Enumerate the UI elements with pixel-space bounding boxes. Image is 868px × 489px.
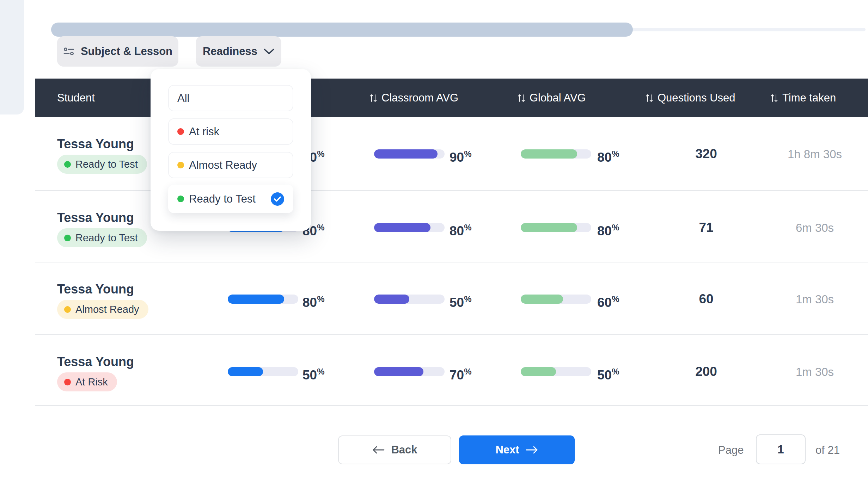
column-header-global-avg[interactable]: Global AVG [518, 79, 586, 117]
classroom-avg-bar [374, 149, 445, 159]
arrow-left-icon [372, 446, 385, 454]
status-badge: Ready to Test [57, 228, 147, 247]
dropdown-option-ready-to-test[interactable]: Ready to Test [168, 185, 293, 213]
sort-icon[interactable] [646, 94, 653, 103]
readiness-filter-button[interactable]: Readiness [196, 36, 281, 67]
student-name: Tessa Young [57, 210, 134, 225]
sort-icon[interactable] [518, 94, 525, 103]
classroom-avg-bar [374, 295, 445, 304]
column-header-classroom-avg[interactable]: Classroom AVG [369, 79, 458, 117]
student-name: Tessa Young [57, 281, 134, 297]
global-avg-bar [521, 367, 591, 376]
status-badge-label: Almost Ready [75, 304, 139, 315]
dropdown-option-all[interactable]: All [168, 85, 293, 111]
global-avg-bar [521, 223, 591, 232]
classroom-avg-bar-fill [374, 367, 423, 376]
dropdown-option-label: Almost Ready [189, 159, 257, 172]
student-name: Tessa Young [57, 354, 134, 370]
status-badge: Ready to Test [57, 155, 147, 174]
global-avg-percent: 50% [597, 364, 619, 383]
readiness-dropdown-panel: All At risk Almost Ready Ready to Test [151, 69, 311, 231]
global-avg-bar [521, 149, 591, 159]
column-label: Time taken [782, 92, 836, 104]
classroom-avg-bar [374, 367, 445, 376]
sidebar-strip [0, 0, 24, 114]
table-row[interactable]: Tessa Young At Risk 50% 70% 50% 200 1m 3… [35, 335, 868, 406]
time-taken-value: 1m 30s [780, 292, 850, 307]
global-avg-percent: 80% [597, 146, 619, 166]
classroom-avg-percent: 80% [450, 219, 472, 239]
score-bar-fill [228, 367, 263, 376]
status-badge-label: Ready to Test [75, 159, 138, 170]
score-bar [228, 367, 298, 376]
status-dot-icon [64, 379, 71, 385]
classroom-avg-percent: 50% [450, 291, 472, 311]
subject-lesson-filter-button[interactable]: Subject & Lesson [57, 36, 178, 67]
column-label: Classroom AVG [381, 92, 458, 104]
global-avg-bar-fill [521, 149, 577, 159]
column-label: Global AVG [530, 92, 586, 104]
global-avg-bar-fill [521, 367, 556, 376]
score-percent: 80% [302, 291, 325, 311]
sort-icon[interactable] [369, 94, 377, 103]
questions-used-value: 200 [671, 364, 741, 380]
status-badge-label: At Risk [75, 376, 108, 388]
questions-used-value: 320 [671, 146, 741, 162]
chevron-down-icon [264, 49, 274, 55]
global-avg-bar [521, 295, 591, 304]
global-avg-percent: 80% [597, 219, 619, 239]
column-header-time-taken[interactable]: Time taken [770, 79, 836, 117]
status-dot-icon [177, 196, 184, 202]
time-taken-value: 1h 8m 30s [780, 147, 850, 161]
status-dot-icon [64, 306, 71, 313]
status-dot-icon [64, 235, 71, 241]
status-dot-icon [64, 161, 71, 168]
dropdown-option-label: At risk [189, 125, 219, 138]
arrow-right-icon [526, 446, 538, 454]
score-percent: 50% [302, 364, 325, 383]
global-avg-percent: 60% [597, 291, 619, 311]
dropdown-option-label: All [177, 92, 189, 105]
status-badge: At Risk [57, 372, 117, 391]
next-label: Next [495, 444, 519, 456]
global-avg-bar-fill [521, 295, 563, 304]
classroom-avg-percent: 70% [450, 364, 472, 383]
page-number-input[interactable] [756, 434, 806, 464]
page-label: Page [718, 442, 744, 458]
back-label: Back [391, 444, 417, 456]
questions-used-value: 60 [671, 291, 741, 307]
score-bar [228, 295, 298, 304]
classroom-avg-bar-fill [374, 149, 438, 159]
column-header-questions-used[interactable]: Questions Used [646, 79, 735, 117]
status-badge-label: Ready to Test [75, 232, 138, 244]
dropdown-option-almost-ready[interactable]: Almost Ready [168, 152, 293, 178]
status-dot-icon [177, 162, 184, 168]
progress-bar [51, 23, 633, 37]
next-button[interactable]: Next [459, 435, 575, 464]
sliders-icon [63, 47, 74, 56]
column-label: Questions Used [658, 92, 735, 104]
student-name: Tessa Young [57, 136, 134, 152]
questions-used-value: 71 [671, 219, 741, 236]
subject-lesson-label: Subject & Lesson [81, 45, 172, 58]
classroom-avg-bar-fill [374, 223, 430, 232]
column-header-student: Student [57, 79, 95, 117]
dropdown-option-label: Ready to Test [189, 193, 256, 205]
classroom-avg-percent: 90% [450, 146, 472, 166]
time-taken-value: 1m 30s [780, 365, 850, 379]
selected-check-icon [271, 192, 284, 206]
score-bar-fill [228, 295, 284, 304]
back-button[interactable]: Back [338, 435, 451, 464]
sort-icon[interactable] [770, 94, 778, 103]
dropdown-option-at-risk[interactable]: At risk [168, 118, 293, 145]
table-row[interactable]: Tessa Young Almost Ready 80% 50% 60% 60 … [35, 262, 868, 335]
status-badge: Almost Ready [57, 300, 148, 319]
readiness-label: Readiness [203, 45, 257, 58]
global-avg-bar-fill [521, 223, 577, 232]
column-label: Student [57, 92, 95, 104]
status-dot-icon [177, 128, 184, 135]
time-taken-value: 6m 30s [780, 221, 850, 235]
page-count-label: of 21 [815, 442, 840, 458]
classroom-avg-bar-fill [374, 295, 409, 304]
classroom-avg-bar [374, 223, 445, 232]
